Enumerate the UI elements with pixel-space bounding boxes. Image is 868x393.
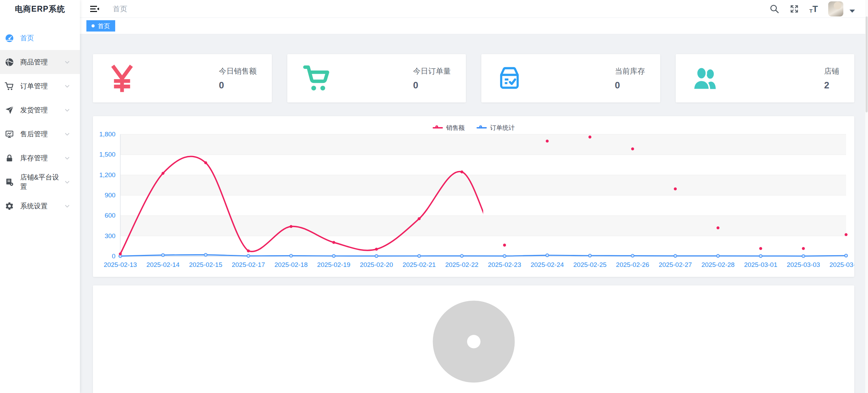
chart-legend: 销售额 订单统计: [93, 124, 854, 132]
legend-label: 订单统计: [490, 124, 515, 132]
stat-card-today-orders: 今日订单量 0: [287, 54, 466, 102]
svg-text:2025-02-26: 2025-02-26: [616, 261, 649, 268]
sidebar-item-label: 店铺&平台设置: [20, 173, 64, 191]
page-scrollbar: [865, 0, 868, 393]
svg-text:2025-02-17: 2025-02-17: [232, 261, 265, 268]
stat-label: 今日销售额: [219, 66, 257, 76]
svg-text:2025-02-27: 2025-02-27: [659, 261, 692, 268]
svg-text:2025-02-18: 2025-02-18: [275, 261, 308, 268]
sidebar-item-label: 订单管理: [20, 82, 64, 91]
tab-active-dot: [92, 24, 95, 27]
sidebar-item-aftersales[interactable]: 售后管理: [0, 122, 80, 146]
sidebar-item-label: 库存管理: [20, 153, 64, 163]
lock-icon: [5, 153, 14, 163]
chevron-down-icon: [64, 179, 70, 185]
cart-icon: [303, 65, 330, 91]
svg-text:300: 300: [105, 232, 116, 240]
chevron-down-icon: [64, 155, 70, 161]
svg-text:2025-02-28: 2025-02-28: [701, 261, 735, 268]
svg-text:900: 900: [105, 192, 116, 199]
cart-icon: [5, 82, 14, 91]
stat-value: 0: [413, 80, 418, 91]
top-header: 首页 TT: [80, 0, 868, 18]
svg-text:2025-03-03: 2025-03-03: [787, 261, 820, 268]
yen-icon: [109, 64, 135, 93]
search-icon[interactable]: [770, 4, 779, 14]
chevron-down-icon: [64, 107, 70, 113]
svg-text:2025-02-24: 2025-02-24: [531, 261, 564, 268]
svg-text:0: 0: [112, 253, 116, 260]
chevron-down-icon: [64, 131, 70, 137]
sidebar-item-orders[interactable]: 订单管理: [0, 74, 80, 98]
legend-item-sales[interactable]: 销售额: [433, 124, 465, 132]
legend-sales-marker-icon: [433, 125, 443, 130]
svg-text:2025-02-19: 2025-02-19: [317, 261, 350, 268]
svg-text:2025-02-13: 2025-02-13: [104, 261, 137, 268]
svg-text:2025-02-14: 2025-02-14: [146, 261, 180, 268]
package-icon: [497, 66, 522, 91]
globe-icon: [5, 58, 14, 67]
shop-settings-icon: [5, 177, 14, 187]
stat-value: 2: [824, 80, 829, 91]
sales-orders-line-chart[interactable]: 03006009001,2001,5001,8002025-02-132025-…: [93, 116, 854, 277]
dashboard-icon: [5, 34, 14, 43]
send-icon: [5, 106, 14, 115]
stat-label: 当前库存: [615, 66, 645, 76]
pie-chart-card: [93, 285, 854, 393]
svg-text:2025-03-04: 2025-03-04: [830, 261, 854, 268]
main-content: 今日销售额 0 今日订单量 0: [80, 34, 868, 393]
sidebar-item-shipping[interactable]: 发货管理: [0, 98, 80, 122]
avatar[interactable]: [828, 1, 843, 16]
sidebar-item-shop-platform-settings[interactable]: 店铺&平台设置: [0, 170, 80, 194]
stat-label: 今日订单量: [413, 66, 451, 76]
tab-bar: 首页: [80, 18, 868, 34]
svg-text:2025-02-20: 2025-02-20: [360, 261, 393, 268]
sidebar: 电商ERP系统 首页 商品管理: [0, 0, 80, 393]
legend-item-orders[interactable]: 订单统计: [477, 124, 515, 132]
sidebar-menu: 首页 商品管理 订单管理: [0, 18, 80, 218]
stat-card-shops: 店铺 2: [676, 54, 855, 102]
sidebar-item-label: 商品管理: [20, 58, 64, 67]
scrollbar-thumb[interactable]: [866, 16, 868, 112]
svg-text:2025-02-21: 2025-02-21: [402, 261, 436, 268]
svg-text:600: 600: [105, 212, 116, 219]
sales-orders-chart-card: 销售额 订单统计 03006009001,2001,5001,8002025-0…: [93, 116, 854, 277]
donut-placeholder-chart: [433, 300, 515, 383]
svg-text:2025-02-23: 2025-02-23: [488, 261, 521, 268]
monitor-chart-icon: [5, 130, 14, 139]
app-title: 电商ERP系统: [0, 0, 80, 18]
legend-label: 销售额: [446, 124, 465, 132]
chevron-down-icon: [64, 203, 70, 209]
users-icon: [691, 65, 719, 91]
sidebar-item-home[interactable]: 首页: [0, 26, 80, 50]
gear-icon: [5, 201, 14, 211]
chevron-down-icon: [64, 83, 70, 89]
header-actions: TT: [770, 1, 868, 16]
sidebar-item-inventory[interactable]: 库存管理: [0, 146, 80, 170]
svg-text:2025-02-25: 2025-02-25: [573, 261, 606, 268]
sidebar-item-products[interactable]: 商品管理: [0, 50, 80, 74]
sidebar-item-system-settings[interactable]: 系统设置: [0, 194, 80, 218]
tab-home[interactable]: 首页: [86, 20, 115, 32]
svg-text:1,500: 1,500: [99, 151, 115, 158]
stat-card-today-sales: 今日销售额 0: [93, 54, 272, 102]
collapse-menu-icon[interactable]: [89, 4, 100, 13]
stat-label: 店铺: [824, 66, 839, 76]
stat-cards-row: 今日销售额 0 今日订单量 0: [93, 54, 854, 102]
sidebar-item-label: 发货管理: [20, 106, 64, 115]
tab-label: 首页: [98, 22, 110, 30]
stat-value: 0: [615, 80, 620, 91]
svg-text:2025-03-01: 2025-03-01: [744, 261, 777, 268]
font-size-icon[interactable]: TT: [809, 4, 818, 13]
fullscreen-icon[interactable]: [789, 4, 799, 14]
caret-down-icon[interactable]: [849, 10, 855, 13]
sidebar-item-label: 售后管理: [20, 130, 64, 139]
stat-card-current-inventory: 当前库存 0: [481, 54, 660, 102]
svg-text:2025-02-22: 2025-02-22: [445, 261, 479, 268]
sidebar-item-label: 系统设置: [20, 201, 64, 211]
stat-value: 0: [219, 80, 224, 91]
breadcrumb[interactable]: 首页: [113, 4, 127, 14]
legend-orders-marker-icon: [477, 125, 487, 130]
sidebar-item-label: 首页: [20, 34, 75, 43]
svg-text:2025-02-15: 2025-02-15: [189, 261, 222, 268]
